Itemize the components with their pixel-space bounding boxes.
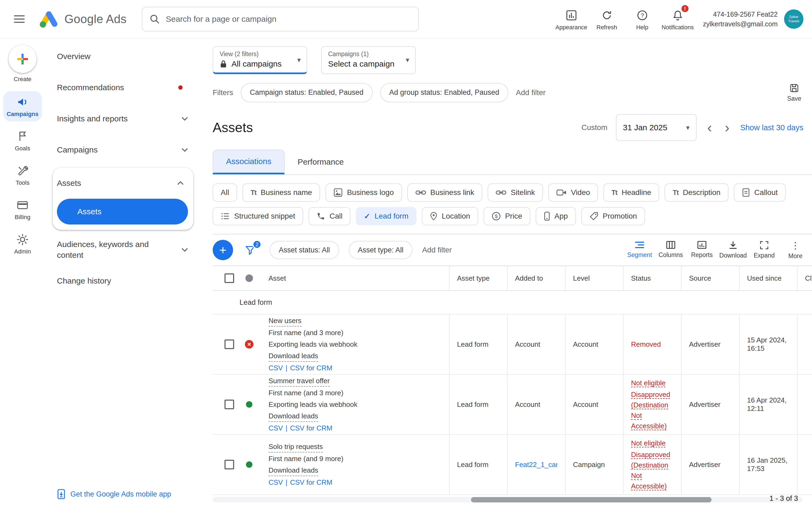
nav-item-campaigns[interactable]: Campaigns [57, 134, 202, 165]
nav-item-overview[interactable]: Overview [57, 41, 202, 72]
asset-type-filter-chip[interactable]: Asset type: All [349, 241, 413, 259]
filter-chip-campaign-status[interactable]: Campaign status: Enabled, Paused [241, 83, 372, 102]
mobile-app-link[interactable]: Get the Google Ads mobile app [57, 489, 171, 500]
rail-item-tools[interactable]: Tools [3, 160, 42, 190]
row-checkbox[interactable] [225, 400, 234, 409]
col-asset-type[interactable]: Asset type [449, 266, 507, 290]
status-disapproved-reason[interactable]: Disapproved (Destination Not Accessible) [631, 389, 674, 431]
chip-callout[interactable]: Callout [734, 183, 786, 202]
create-button[interactable]: Create [9, 45, 37, 83]
help-button[interactable]: ? Help [625, 7, 660, 31]
rail-item-admin[interactable]: Admin [3, 229, 42, 259]
menu-icon[interactable] [14, 15, 25, 23]
expand-button[interactable]: Expand [749, 241, 780, 260]
show-last-30-days-link[interactable]: Show last 30 days [740, 123, 803, 132]
segment-button[interactable]: Segment [624, 241, 655, 260]
col-used-since[interactable]: Used since [739, 266, 797, 290]
nav-item-change-history[interactable]: Change history [57, 265, 202, 296]
global-search[interactable] [142, 7, 419, 32]
chip-business-name[interactable]: Tt Business name [242, 183, 320, 202]
rail-item-billing[interactable]: Billing [3, 194, 42, 225]
chip-location[interactable]: Location [422, 207, 478, 225]
chip-app[interactable]: App [536, 207, 576, 225]
campaign-selector[interactable]: Campaigns (1) Select a campaign ▾ [321, 46, 416, 74]
chip-sitelink[interactable]: Sitelink [487, 183, 543, 202]
col-status[interactable]: Status [623, 266, 681, 290]
scrollbar-thumb[interactable] [471, 497, 711, 502]
col-level[interactable]: Level [565, 266, 623, 290]
col-clicks-truncated[interactable]: Cli [797, 266, 812, 290]
reports-button[interactable]: Reports [686, 241, 717, 260]
status-not-eligible[interactable]: Not eligible [631, 438, 674, 448]
columns-button[interactable]: Columns [655, 241, 686, 260]
row-checkbox[interactable] [225, 339, 234, 349]
date-range-selector[interactable]: 31 Jan 2025 ▾ [616, 114, 697, 141]
rail-item-goals[interactable]: Goals [3, 126, 42, 156]
nav-item-insights-reports[interactable]: Insights and reports [57, 103, 202, 134]
cell-asset-type: Lead form [449, 315, 507, 374]
rail-item-campaigns[interactable]: Campaigns [3, 91, 42, 121]
chip-lead-form-selected[interactable]: ✓ Lead form [356, 207, 416, 225]
asset-name-link[interactable]: New users [269, 316, 301, 327]
table-add-filter-button[interactable]: Add filter [422, 246, 452, 254]
save-button[interactable]: Save [787, 83, 801, 102]
csv-for-crm-link[interactable]: CSV for CRM [290, 363, 332, 373]
csv-for-crm-link[interactable]: CSV for CRM [290, 423, 332, 434]
download-leads-link[interactable]: Download leads [269, 411, 318, 422]
campaign-link[interactable]: Feat22_1_campai [515, 460, 558, 469]
table-header: Asset Asset type Added to Level Status S… [213, 266, 812, 291]
refresh-button[interactable]: Refresh [589, 7, 625, 31]
chip-business-logo[interactable]: Business logo [326, 183, 402, 202]
download-button[interactable]: Download [717, 241, 749, 260]
search-input[interactable] [166, 14, 411, 23]
appearance-button[interactable]: Appearance [554, 7, 589, 31]
csv-for-crm-link[interactable]: CSV for CRM [290, 477, 332, 488]
select-all-checkbox[interactable] [225, 273, 234, 283]
filters-label: Filters [213, 88, 233, 97]
col-asset[interactable]: Asset [261, 266, 449, 290]
more-button[interactable]: ⋮ More [780, 241, 811, 260]
nav-item-recommendations[interactable]: Recommendations [57, 72, 202, 103]
chevron-down-icon [181, 117, 188, 121]
tab-associations[interactable]: Associations [213, 150, 285, 174]
date-next-button[interactable]: › [722, 121, 732, 134]
add-asset-button[interactable]: + [213, 240, 233, 260]
smartphone-icon [544, 212, 550, 221]
chip-business-link[interactable]: Business link [407, 183, 482, 202]
asset-status-filter-chip[interactable]: Asset status: All [270, 241, 339, 259]
add-filter-button[interactable]: Add filter [516, 88, 545, 97]
page-header: Assets Custom 31 Jan 2025 ▾ ‹ › Show las… [213, 114, 812, 141]
col-added-to[interactable]: Added to [507, 266, 565, 290]
nav-item-audiences-keywords-content[interactable]: Audiences, keywords and content [57, 234, 202, 265]
csv-link[interactable]: CSV [269, 363, 283, 373]
chip-headline[interactable]: Tt Headline [603, 183, 659, 202]
download-leads-link[interactable]: Download leads [269, 465, 318, 476]
asset-name-link[interactable]: Summer travel offer [269, 376, 330, 387]
chip-all[interactable]: All [213, 183, 237, 202]
cell-asset-type: Lead form [449, 435, 507, 494]
chip-structured-snippet[interactable]: Structured snippet [213, 207, 303, 225]
chip-promotion[interactable]: Promotion [581, 207, 645, 225]
status-not-eligible[interactable]: Not eligible [631, 378, 674, 388]
view-selector[interactable]: View (2 filters) All campaigns ▾ [213, 46, 307, 74]
nav-item-assets[interactable]: Assets [57, 168, 193, 199]
chip-video[interactable]: Video [548, 183, 598, 202]
google-ads-logo[interactable]: Google Ads [39, 10, 127, 28]
chip-description[interactable]: Tt Description [664, 183, 729, 202]
avatar[interactable]: Zylker Travels [784, 9, 803, 29]
tab-performance[interactable]: Performance [285, 150, 357, 174]
csv-link[interactable]: CSV [269, 423, 283, 434]
asset-name-link[interactable]: Solo trip requests [269, 442, 323, 452]
chip-call[interactable]: Call [308, 207, 350, 225]
col-source[interactable]: Source [681, 266, 739, 290]
status-disapproved-reason[interactable]: Disapproved (Destination Not Accessible) [631, 450, 674, 492]
csv-link[interactable]: CSV [269, 477, 283, 488]
download-leads-link[interactable]: Download leads [269, 351, 318, 362]
notifications-button[interactable]: ! Notifications [660, 7, 695, 31]
filter-chip-adgroup-status[interactable]: Ad group status: Enabled, Paused [380, 83, 509, 102]
date-prev-button[interactable]: ‹ [705, 121, 714, 134]
chip-price[interactable]: $ Price [483, 207, 530, 225]
nav-subitem-assets-active[interactable]: Assets [57, 199, 188, 225]
filter-funnel-button[interactable]: 2 [245, 245, 255, 256]
row-checkbox[interactable] [225, 460, 234, 469]
